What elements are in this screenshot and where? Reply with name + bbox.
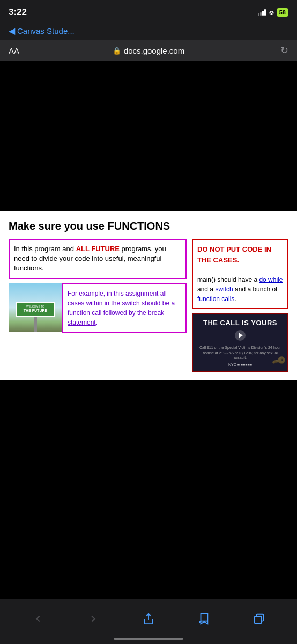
do-not-text: DO NOT PUT CODE IN THE CASES. xyxy=(197,245,271,264)
svg-rect-1 xyxy=(254,616,261,623)
url-text: docs.google.com xyxy=(124,46,184,55)
battery-badge: 58 xyxy=(277,8,288,17)
bookmark-button[interactable] xyxy=(192,607,216,631)
status-bar: 3:22 ⌾ 58 xyxy=(0,0,297,24)
do-not-box: DO NOT PUT CODE IN THE CASES. main() sho… xyxy=(192,239,288,309)
box1-text-before: In this program and xyxy=(14,245,76,253)
play-button[interactable] xyxy=(235,330,246,341)
main-text4: . xyxy=(234,295,236,303)
all-future-highlight: ALL FUTURE xyxy=(76,245,120,253)
home-indicator xyxy=(114,638,183,640)
two-column-layout: In this program and ALL FUTURE programs,… xyxy=(9,239,288,372)
nav-back-bar[interactable]: ◀ Canvas Stude... xyxy=(0,24,297,40)
forward-button[interactable] xyxy=(81,607,105,631)
main-title: Make sure you use FUNCTIONS xyxy=(9,220,288,232)
back-arrow-icon: ◀ xyxy=(9,26,15,36)
call-subtitle: Call 911 or the Special Victims Division… xyxy=(197,345,283,361)
main-text1: main() should have a xyxy=(197,276,259,283)
signal-bars-icon xyxy=(258,9,266,16)
font-size-control[interactable]: AA xyxy=(9,46,26,55)
lock-icon: 🔒 xyxy=(113,47,121,55)
example-text1: For example, in this assignment all case… xyxy=(68,290,175,307)
function-calls-link[interactable]: function calls xyxy=(197,295,234,303)
tabs-button[interactable] xyxy=(247,607,271,631)
url-bar[interactable]: 🔒 docs.google.com xyxy=(26,46,271,55)
switch-link[interactable]: switch xyxy=(215,286,233,293)
status-right: ⌾ 58 xyxy=(258,8,288,17)
right-column: DO NOT PUT CODE IN THE CASES. main() sho… xyxy=(192,239,288,372)
sign-board: WELCOME TO THE FUTURE xyxy=(16,302,55,317)
function-call-link[interactable]: function call xyxy=(68,309,101,317)
functions-description-box: In this program and ALL FUTURE programs,… xyxy=(9,239,187,279)
main-text3: and a bunch of xyxy=(233,286,278,293)
road-sign-image: WELCOME TO THE FUTURE xyxy=(9,283,62,332)
call-is-yours-box: THE CALL IS YOURS Call 911 or the Specia… xyxy=(192,313,288,372)
sign-line2: THE FUTURE xyxy=(21,308,49,313)
do-while-link[interactable]: do while xyxy=(259,276,283,283)
example-description-box: For example, in this assignment all case… xyxy=(62,283,187,333)
example-text3: . xyxy=(96,319,98,326)
address-bar: AA 🔒 docs.google.com ↻ xyxy=(0,40,297,61)
example-text2: followed by the xyxy=(101,309,148,317)
document-content: Make sure you use FUNCTIONS In this prog… xyxy=(0,211,297,380)
status-time: 3:22 xyxy=(9,7,27,18)
black-bottom-spacer xyxy=(0,380,297,558)
back-label: Canvas Stude... xyxy=(17,26,75,35)
wifi-icon: ⌾ xyxy=(269,8,273,17)
play-triangle-icon xyxy=(239,333,243,338)
main-text2: and a xyxy=(197,286,215,293)
share-button[interactable] xyxy=(137,607,160,631)
black-top-spacer xyxy=(0,61,297,211)
call-is-yours-title: THE CALL IS YOURS xyxy=(203,319,277,328)
left-column: In this program and ALL FUTURE programs,… xyxy=(9,239,187,333)
reload-button[interactable]: ↻ xyxy=(271,45,288,56)
nyc-logo: NYC ■ ■■■■■ xyxy=(228,363,252,367)
image-text-row: WELCOME TO THE FUTURE For example, in th… xyxy=(9,283,187,333)
back-button[interactable] xyxy=(26,607,50,631)
